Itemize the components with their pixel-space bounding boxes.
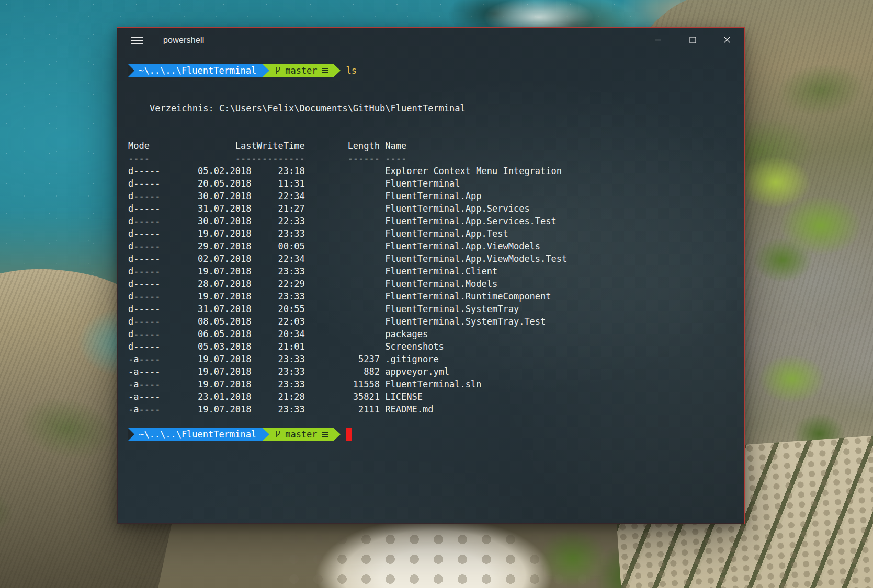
directory-listing: Verzeichnis: C:\Users\Felix\Documents\Gi… [128, 77, 735, 428]
prompt-line-bottom: ~\..\..\FluentTerminal master [128, 428, 735, 441]
triple-bar-icon [322, 67, 328, 74]
title-bar[interactable]: powershell [117, 28, 744, 53]
powerline-notch-icon [128, 428, 134, 441]
triple-bar-icon [322, 431, 328, 437]
prompt-path: ~\..\..\FluentTerminal [139, 428, 256, 441]
terminal-screen[interactable]: ~\..\..\FluentTerminal master ls Verzeic… [117, 53, 744, 524]
prompt-path-segment: ~\..\..\FluentTerminal [128, 64, 263, 77]
close-icon [723, 36, 731, 43]
powerline-arrow-icon [263, 64, 269, 77]
minimize-button[interactable] [641, 28, 675, 52]
minimize-icon [655, 37, 662, 43]
window-title: powershell [163, 36, 204, 45]
hamburger-icon [131, 37, 143, 38]
prompt-line-top: ~\..\..\FluentTerminal master ls [128, 64, 735, 77]
prompt-git-segment: master [269, 64, 333, 77]
typed-command: ls [346, 64, 357, 77]
git-branch-icon [275, 66, 281, 75]
window-controls [641, 28, 744, 52]
powerline-arrow-icon [263, 428, 269, 441]
terminal-cursor[interactable] [346, 428, 352, 441]
prompt-path: ~\..\..\FluentTerminal [139, 64, 256, 77]
prompt-git-segment: master [269, 428, 333, 441]
powerline-arrow-end-icon [334, 64, 341, 77]
git-branch-name: master [285, 428, 317, 441]
powerline-arrow-end-icon [334, 428, 341, 441]
powerline-notch-icon [128, 64, 134, 77]
git-branch-icon [275, 430, 281, 439]
close-button[interactable] [710, 28, 744, 52]
git-branch-name: master [285, 64, 317, 77]
maximize-button[interactable] [675, 28, 710, 52]
wallpaper-green-bushes [730, 131, 873, 303]
terminal-window: powershell ~\..\..\FluentTerminal master… [117, 27, 745, 524]
prompt-path-segment: ~\..\..\FluentTerminal [128, 428, 263, 441]
maximize-icon [689, 37, 696, 43]
hamburger-menu-button[interactable] [131, 37, 143, 44]
